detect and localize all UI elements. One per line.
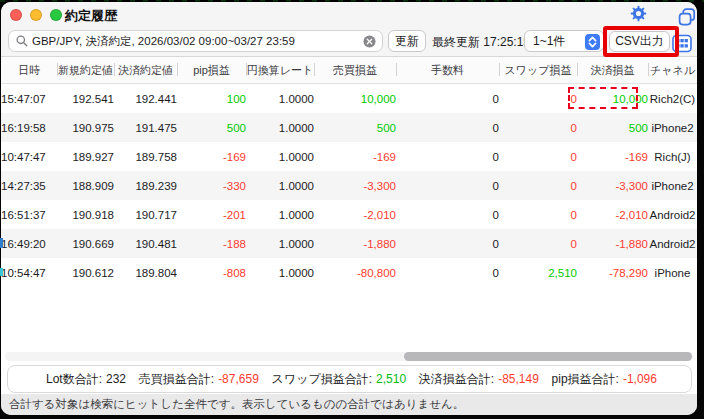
window-chrome: 約定履歴 [1,2,697,57]
cell-settle-pl: -1,880 [577,229,648,258]
totals-bar: Lot数合計:232 売買損益合計:-87,659 スワップ損益合計:2,510… [7,365,692,393]
table-row[interactable]: 10:54:47 190.612 189.804 -808 1.0000 -80… [1,258,697,287]
cell-pip-pl: -169 [177,142,246,171]
cell-open-price: 190.975 [57,113,114,142]
range-select-value: 1~1件 [533,33,565,50]
footnote: 合計する対象は検索にヒットした全件です。表示しているものの合計ではありません。 [1,394,697,415]
cell-pip-pl: -201 [177,200,246,229]
total-settle-pl: 決済損益合計:-85,149 [419,371,539,388]
table-row[interactable]: 16:51:37 190.918 190.717 -201 1.0000 -2,… [1,200,697,229]
cell-trade-pl: -3,300 [314,171,396,200]
cell-settle-pl: -78,290 [577,258,648,287]
cell-channel: Android2 [648,229,697,258]
cell-trade-pl: -1,880 [314,229,396,258]
cell-trade-pl: 500 [314,113,396,142]
cell-yen-rate: 1.0000 [246,258,314,287]
range-select[interactable]: 1~1件 [524,30,604,52]
table-grid-icon[interactable] [672,34,692,57]
col-header-trade-pl[interactable]: 売買損益 [314,57,396,84]
search-input[interactable] [32,35,363,47]
cell-open-price: 188.909 [57,171,114,200]
last-update-label: 最終更新 17:25:15 [432,34,530,51]
gear-icon[interactable] [630,5,647,26]
duplicate-window-icon[interactable] [678,8,696,30]
col-header-open-price[interactable]: 新規約定値 [57,57,114,84]
cell-settle-pl: -2,010 [577,200,648,229]
cell-fee: 0 [396,200,499,229]
table-row[interactable]: 10:47:47 189.927 189.758 -169 1.0000 -16… [1,142,697,171]
col-header-datetime[interactable]: 日時 [1,57,57,84]
total-lots: Lot数合計:232 [46,371,126,388]
col-header-swap-pl[interactable]: スワップ損益 [499,57,577,84]
cell-open-price: 190.918 [57,200,114,229]
search-icon [16,35,28,47]
clear-icon[interactable] [363,35,376,48]
cell-fee: 0 [396,113,499,142]
cell-datetime: 14:27:35 [1,171,57,200]
csv-export-button[interactable]: CSV出力 [609,31,670,52]
cell-trade-pl: -169 [314,142,396,171]
cell-channel: iPhone [648,258,697,287]
col-header-settle-pl[interactable]: 決済損益 [577,57,648,84]
cell-datetime: 16:19:58 [1,113,57,142]
cell-channel: Rich(J) [648,142,697,171]
cell-swap-pl: 2,510 [499,258,577,287]
background-mark [0,268,3,276]
cell-close-price: 189.758 [114,142,177,171]
cell-swap-pl: 0 [499,171,577,200]
cell-swap-pl: 0 [499,229,577,258]
cell-close-price: 189.239 [114,171,177,200]
table-row[interactable]: 15:47:07 192.541 192.441 100 1.0000 10,0… [1,84,697,114]
refresh-button[interactable]: 更新 [388,30,426,52]
cell-close-price: 189.804 [114,258,177,287]
cell-yen-rate: 1.0000 [246,113,314,142]
cell-settle-pl: -169 [577,142,648,171]
cell-datetime: 10:54:47 [1,258,57,287]
cell-swap-pl: 0 [499,200,577,229]
cell-open-price: 190.669 [57,229,114,258]
cell-fee: 0 [396,171,499,200]
zoom-button[interactable] [50,9,62,21]
cell-swap-pl: 0 [499,84,577,114]
col-header-fee[interactable]: 手数料 [396,57,499,84]
cell-datetime: 16:49:20 [1,229,57,258]
trade-history-window: 約定履歴 [1,2,697,415]
col-header-close-price[interactable]: 決済約定値 [114,57,177,84]
search-field[interactable] [8,30,383,52]
col-header-pip-pl[interactable]: pip損益 [177,57,246,84]
cell-open-price: 192.541 [57,84,114,114]
horizontal-scrollbar-thumb[interactable] [404,352,692,361]
close-button[interactable] [10,9,22,21]
cell-datetime: 10:47:47 [1,142,57,171]
cell-trade-pl: -80,800 [314,258,396,287]
col-header-channel[interactable]: チャネル [648,57,697,84]
cell-trade-pl: -2,010 [314,200,396,229]
table-row[interactable]: 14:27:35 188.909 189.239 -330 1.0000 -3,… [1,171,697,200]
background-mark [0,238,3,248]
cell-fee: 0 [396,142,499,171]
cell-pip-pl: 500 [177,113,246,142]
cell-fee: 0 [396,229,499,258]
cell-fee: 0 [396,258,499,287]
cell-yen-rate: 1.0000 [246,171,314,200]
cell-settle-pl: 500 [577,113,648,142]
cell-yen-rate: 1.0000 [246,229,314,258]
col-header-yen-rate[interactable]: 円換算レート [246,57,314,84]
cell-channel: Android2 [648,200,697,229]
cell-open-price: 189.927 [57,142,114,171]
cell-open-price: 190.612 [57,258,114,287]
cell-trade-pl: 10,000 [314,84,396,114]
minimize-button[interactable] [30,9,42,21]
table-body: 15:47:07 192.541 192.441 100 1.0000 10,0… [1,84,697,288]
table-row[interactable]: 16:19:58 190.975 191.475 500 1.0000 500 … [1,113,697,142]
cell-channel: iPhone2 [648,171,697,200]
cell-yen-rate: 1.0000 [246,142,314,171]
table-row[interactable]: 16:49:20 190.669 190.481 -188 1.0000 -1,… [1,229,697,258]
cell-yen-rate: 1.0000 [246,200,314,229]
cell-datetime: 16:51:37 [1,200,57,229]
cell-settle-pl: -3,300 [577,171,648,200]
total-trade-pl: 売買損益合計:-87,659 [139,371,259,388]
cell-close-price: 192.441 [114,84,177,114]
cell-pip-pl: -188 [177,229,246,258]
cell-channel: Rich2(C) [648,84,697,114]
